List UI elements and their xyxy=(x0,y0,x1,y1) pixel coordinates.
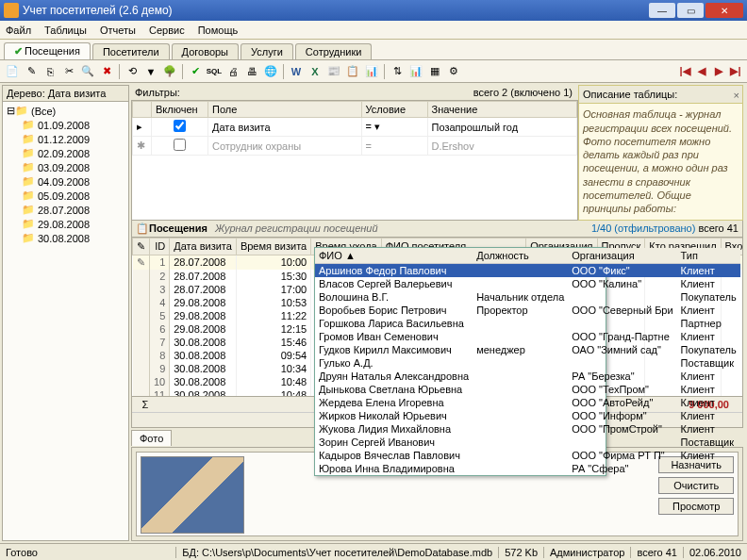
export-html-icon[interactable]: 📰 xyxy=(325,63,342,80)
status-role: Администратор xyxy=(543,547,630,558)
filter-checkbox[interactable] xyxy=(174,120,186,132)
dropdown-row[interactable]: Волошина В.Г.Начальник отделаПокупатель xyxy=(315,290,740,304)
tree-icon[interactable]: 🌳 xyxy=(161,63,178,80)
dropdown-row[interactable]: Жердева Елена ИгоревнаООО "АвтоРейд"Клие… xyxy=(315,396,740,409)
minimize-button[interactable]: — xyxy=(649,3,675,18)
tab-visits[interactable]: ✔Посещения xyxy=(4,42,91,59)
app-icon xyxy=(4,3,19,18)
tree-node[interactable]: 📁05.09.2008 xyxy=(5,189,126,203)
statusbar: Готово БД: C:\Users\p\Documents\Учет пос… xyxy=(0,543,747,560)
titlebar: Учет посетителей (2.6 демо) — ▭ ✕ xyxy=(0,0,747,21)
maximize-button[interactable]: ▭ xyxy=(677,3,704,18)
export-csv-icon[interactable]: 📊 xyxy=(363,63,380,80)
sort-icon[interactable]: ⇅ xyxy=(389,63,406,80)
close-button[interactable]: ✕ xyxy=(706,3,743,18)
filter-row: ✱ Сотрудник охраны=D.Ershov xyxy=(133,137,577,156)
dropdown-row[interactable]: Кадыров Вячеслав ПавловичООО "Фирма РТ П… xyxy=(315,449,740,462)
clear-filter-icon[interactable]: ⟲ xyxy=(124,63,141,80)
export-excel-icon[interactable]: X xyxy=(307,63,324,80)
cut-icon[interactable]: ✂ xyxy=(60,63,77,80)
filter-icon[interactable]: ▼ xyxy=(142,63,159,80)
nav-prev-icon[interactable]: ◀ xyxy=(694,63,709,80)
delete-icon[interactable]: ✖ xyxy=(98,63,115,80)
export-word-icon[interactable]: W xyxy=(288,63,305,80)
tree-node[interactable]: 📁01.12.2009 xyxy=(5,132,126,146)
status-date: 02.06.2010 xyxy=(683,547,747,558)
chart-icon[interactable]: 📊 xyxy=(407,63,424,80)
nav-next-icon[interactable]: ▶ xyxy=(711,63,726,80)
menu-tables[interactable]: Таблицы xyxy=(44,25,87,36)
find-icon[interactable]: 🔍 xyxy=(79,63,96,80)
dropdown-row[interactable]: Власов Сергей ВалерьевичООО "Калина"Клие… xyxy=(315,277,740,290)
tree-pane: Дерево: Дата визита ⊟ 📁(Все) 📁01.09.2008… xyxy=(2,85,129,541)
view-button[interactable]: Просмотр xyxy=(658,498,734,515)
menu-reports[interactable]: Отчеты xyxy=(100,25,136,36)
dropdown-row[interactable]: Зорин Сергей ИвановичПоставщик xyxy=(315,436,740,449)
tree-node[interactable]: 📁28.07.2008 xyxy=(5,203,126,217)
dropdown-row[interactable]: Аршинов Федор ПавловичООО "Фикс"Клиент xyxy=(315,264,740,278)
dropdown-row[interactable]: Юрова Инна ВладимировнаРА "Сфера" xyxy=(315,462,740,475)
tree-node[interactable]: 📁29.08.2008 xyxy=(5,217,126,231)
sql-icon[interactable]: SQL xyxy=(206,63,223,80)
dropdown-row[interactable]: Горшкова Лариса ВасильевнаПартнер xyxy=(315,317,740,330)
visitor-photo xyxy=(141,456,244,534)
print-icon[interactable]: 🖨 xyxy=(224,63,241,80)
dropdown-row[interactable]: Гудков Кирилл МаксимовичменеджерОАО "Зим… xyxy=(315,343,740,356)
tree[interactable]: ⊟ 📁(Все) 📁01.09.2008📁01.12.2009📁02.09.20… xyxy=(3,102,128,540)
copy-icon[interactable]: ⎘ xyxy=(42,63,58,80)
export-xml-icon[interactable]: 📋 xyxy=(344,63,361,80)
toolbar: 📄 ✎ ⎘ ✂ 🔍 ✖ ⟲ ▼ 🌳 ✔ SQL 🖨 🖶 🌐 W X 📰 📋 📊 … xyxy=(0,60,747,83)
description-close-icon[interactable]: × xyxy=(734,89,739,102)
nav-first-icon[interactable]: |◀ xyxy=(677,63,692,80)
tree-node[interactable]: 📁04.09.2008 xyxy=(5,174,126,189)
tab-bar: ✔Посещения Посетители Договоры Услуги Со… xyxy=(0,40,747,60)
tab-services[interactable]: Услуги xyxy=(241,43,293,59)
filters-count: всего 2 (включено 1) xyxy=(468,85,578,100)
tree-node[interactable]: 📁03.09.2008 xyxy=(5,160,126,174)
columns-icon[interactable]: ▦ xyxy=(426,63,443,80)
grid-header: 📋 Посещения Журнал регистрации посещений… xyxy=(131,221,743,238)
status-total: всего 41 xyxy=(630,547,683,558)
description-text: Основная таблица - журнал регистрации вс… xyxy=(583,107,739,215)
edit-icon[interactable]: ✎ xyxy=(23,63,40,80)
description-header: Описание таблицы: xyxy=(579,86,742,104)
clear-button[interactable]: Очистить xyxy=(658,477,734,494)
visitor-dropdown[interactable]: ФИО ▲Должность ОрганизацияТип Аршинов Фе… xyxy=(314,247,606,476)
check-icon[interactable]: ✔ xyxy=(187,63,204,80)
tab-visitors[interactable]: Посетители xyxy=(92,43,170,59)
status-ready: Готово xyxy=(0,547,175,558)
dropdown-row[interactable]: Громов Иван СеменовичООО "Гранд-ПартнеКл… xyxy=(315,330,740,343)
description-panel: Описание таблицы: × Основная таблица - ж… xyxy=(578,85,743,221)
filter-row: ▸ Дата визита= ▾Позапрошлый год xyxy=(133,118,577,137)
tab-staff[interactable]: Сотрудники xyxy=(295,43,373,59)
dropdown-row[interactable]: Друян Наталья АлександровнаРА "Березка"К… xyxy=(315,370,740,383)
menu-file[interactable]: Файл xyxy=(6,25,31,36)
status-size: 572 Kb xyxy=(498,547,543,558)
dropdown-row[interactable]: Воробьев Борис ПетровичПроректорООО "Сев… xyxy=(315,304,740,317)
tree-root[interactable]: ⊟ 📁(Все) xyxy=(5,104,126,118)
tree-node[interactable]: 📁01.09.2008 xyxy=(5,118,126,132)
filter-grid[interactable]: Включен Поле Условие Значение ▸ Дата виз… xyxy=(131,100,578,221)
filter-checkbox[interactable] xyxy=(174,139,186,151)
dropdown-row[interactable]: Дынькова Светлана ЮрьевнаООО "ТехПром"Кл… xyxy=(315,383,740,396)
tab-contracts[interactable]: Договоры xyxy=(172,43,239,59)
dropdown-row[interactable]: Гулько А.Д.Поставщик xyxy=(315,356,740,370)
tree-node[interactable]: 📁02.09.2008 xyxy=(5,146,126,160)
globe-icon[interactable]: 🌐 xyxy=(262,63,279,80)
menu-help[interactable]: Помощь xyxy=(198,25,239,36)
photo-tab[interactable]: Фото xyxy=(131,430,172,446)
filters-label: Фильтры: xyxy=(131,85,188,100)
tree-node[interactable]: 📁30.08.2008 xyxy=(5,231,126,245)
menu-service[interactable]: Сервис xyxy=(149,25,185,36)
printer2-icon[interactable]: 🖶 xyxy=(243,63,260,80)
tree-header: Дерево: Дата визита xyxy=(3,86,128,102)
menubar: Файл Таблицы Отчеты Сервис Помощь xyxy=(0,21,747,40)
dropdown-row[interactable]: Жукова Лидия МихайловнаООО "ПромСтрой"Кл… xyxy=(315,422,740,436)
settings-icon[interactable]: ⚙ xyxy=(445,63,462,80)
dropdown-row[interactable]: Жирков Николай ЮрьевичООО "Информ"Клиент xyxy=(315,409,740,422)
window-title: Учет посетителей (2.6 демо) xyxy=(23,4,647,17)
new-icon[interactable]: 📄 xyxy=(4,63,21,80)
status-db: БД: C:\Users\p\Documents\Учет посетителе… xyxy=(175,547,498,558)
nav-last-icon[interactable]: ▶| xyxy=(728,63,743,80)
